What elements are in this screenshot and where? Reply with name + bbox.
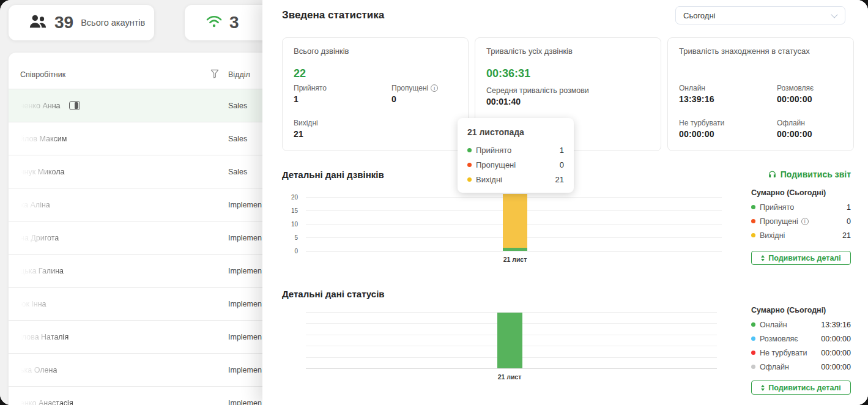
employees-table: Співробітник Відділ ченко Анна Sales йло… bbox=[9, 53, 272, 405]
duration-total-value: 00:36:31 bbox=[486, 67, 650, 80]
employee-department: Implemen bbox=[228, 201, 262, 209]
card-title: Тривалість знаходження в статусах bbox=[679, 46, 842, 56]
talking-dot-icon bbox=[751, 336, 755, 341]
online-stat: Онлайн13:39:16 bbox=[679, 84, 777, 104]
status-chart-title: Детальні дані статусів bbox=[282, 289, 385, 299]
accepted-stat: Прийнято1 bbox=[294, 84, 391, 104]
tooltip-row: Вихідні21 bbox=[467, 175, 564, 184]
y-tick: 0 bbox=[284, 248, 298, 255]
app-window: 39 Всього акаунтів 3 Співробітник Відділ… bbox=[0, 0, 868, 405]
employee-department: Implemen bbox=[228, 399, 262, 405]
tooltip-date: 21 листопада bbox=[467, 127, 564, 137]
card-title: Тривалість усіх дзвінків bbox=[486, 46, 650, 56]
period-select-value: Сьогодні bbox=[683, 11, 715, 20]
y-tick: 5 bbox=[284, 234, 298, 241]
table-row[interactable]: чнук Микола Sales bbox=[9, 155, 272, 188]
info-icon[interactable] bbox=[801, 218, 809, 225]
table-row[interactable]: ха Аліна Implemen bbox=[9, 188, 272, 221]
total-accounts-card: 39 Всього акаунтів bbox=[9, 5, 154, 40]
accepted-dot-icon bbox=[467, 148, 472, 152]
tooltip-row: Пропущені0 bbox=[467, 160, 564, 169]
employee-name: юк Інна bbox=[20, 300, 46, 308]
status-legend: Сумарно (Сьогодні) Онлайн13:39:16 Розмов… bbox=[751, 306, 851, 371]
table-row[interactable]: на Дригота Implemen bbox=[9, 221, 272, 254]
employee-name: цька Галина bbox=[20, 267, 64, 275]
offline-dot-icon bbox=[751, 365, 755, 369]
online-bar[interactable] bbox=[497, 313, 522, 368]
legend-row: Офлайн00:00:00 bbox=[751, 363, 851, 371]
legend-row: Вихідні21 bbox=[751, 231, 851, 239]
status-duration-card: Тривалість знаходження в статусах Онлайн… bbox=[667, 37, 854, 151]
employee-name: йлов Максим bbox=[20, 135, 67, 143]
panel-title: Зведена статистика bbox=[282, 9, 384, 21]
calls-details-button[interactable]: Подивитись деталі bbox=[751, 251, 851, 265]
period-select[interactable]: Сьогодні bbox=[675, 6, 845, 24]
sort-arrows-icon bbox=[761, 385, 765, 391]
legend-title: Сумарно (Сьогодні) bbox=[751, 188, 851, 197]
table-row[interactable]: ілова Наталія Implemen bbox=[9, 320, 272, 353]
column-department: Відділ bbox=[228, 70, 250, 79]
employee-department: Sales bbox=[228, 102, 247, 110]
table-header: Співробітник Відділ bbox=[9, 53, 272, 89]
dnd-dot-icon bbox=[751, 351, 755, 355]
talking-stat: Розмовляє00:00:00 bbox=[777, 84, 844, 104]
wifi-icon bbox=[206, 15, 222, 31]
y-tick: 10 bbox=[284, 221, 298, 228]
table-row[interactable]: ченко Анна Sales bbox=[9, 89, 272, 122]
employee-department: Implemen bbox=[228, 234, 262, 242]
online-dot-icon bbox=[751, 322, 755, 327]
avg-duration-stat: Середня тривалість розмови 00:01:40 bbox=[486, 84, 589, 106]
employee-name: чнук Микола bbox=[20, 168, 65, 176]
table-row[interactable]: енко Анастасія Implemen bbox=[9, 386, 272, 405]
x-axis-label: 21 лист bbox=[485, 373, 534, 381]
info-icon[interactable] bbox=[431, 84, 438, 92]
missed-dot-icon bbox=[467, 163, 472, 167]
employee-department: Sales bbox=[228, 135, 247, 143]
chart-tooltip: 21 листопада Прийнято1 Пропущені0 Вихідн… bbox=[458, 118, 574, 193]
legend-row: Онлайн13:39:16 bbox=[751, 321, 851, 329]
card-title: Всього дзвінків bbox=[294, 46, 457, 56]
calls-bar-chart: 21 лист bbox=[306, 191, 722, 251]
legend-row: Розмовляє00:00:00 bbox=[751, 335, 851, 343]
outgoing-bar[interactable] bbox=[503, 194, 527, 248]
status-details-button[interactable]: Подивитись деталі bbox=[751, 381, 851, 395]
calls-chart-title: Детальні дані дзвінків bbox=[282, 169, 384, 180]
table-row[interactable]: ька Олена Implemen bbox=[9, 353, 272, 386]
total-accounts-value: 39 bbox=[54, 13, 73, 32]
employee-name: ха Аліна bbox=[20, 201, 50, 209]
accepted-bar[interactable] bbox=[503, 248, 527, 251]
table-row[interactable]: юк Інна Implemen bbox=[9, 287, 272, 320]
employee-department: Implemen bbox=[228, 366, 262, 374]
employee-department: Implemen bbox=[228, 300, 262, 308]
device-icon bbox=[69, 101, 80, 110]
offline-stat: Офлайн00:00:00 bbox=[777, 119, 844, 139]
legend-row: Не турбувати00:00:00 bbox=[751, 349, 851, 357]
employee-name: на Дригота bbox=[20, 234, 59, 242]
calls-total-card: Всього дзвінків 22 Прийнято1 Пропущені0 … bbox=[282, 37, 469, 151]
filter-icon[interactable] bbox=[210, 69, 219, 81]
employee-name: ілова Наталія bbox=[20, 333, 69, 341]
outgoing-dot-icon bbox=[751, 233, 755, 237]
legend-row: Пропущені0 bbox=[751, 217, 851, 225]
table-row[interactable]: йлов Максим Sales bbox=[9, 122, 272, 155]
total-accounts-label: Всього акаунтів bbox=[81, 18, 145, 28]
chevron-down-icon bbox=[831, 11, 837, 18]
statistics-panel: Зведена статистика Сьогодні Всього дзвін… bbox=[262, 0, 868, 405]
employee-name: ька Олена bbox=[20, 366, 57, 374]
status-bar-chart: 21 лист bbox=[306, 312, 717, 368]
headset-icon bbox=[768, 170, 777, 179]
calls-total-value: 22 bbox=[294, 67, 457, 80]
column-employee: Співробітник bbox=[20, 70, 65, 79]
table-row[interactable]: цька Галина Implemen bbox=[9, 254, 272, 287]
tooltip-row: Прийнято1 bbox=[467, 146, 564, 155]
view-report-link[interactable]: Подивитись звіт bbox=[768, 169, 851, 179]
missed-stat: Пропущені0 bbox=[391, 84, 453, 104]
outgoing-stat: Вихідні21 bbox=[294, 119, 391, 139]
legend-title: Сумарно (Сьогодні) bbox=[751, 306, 851, 314]
y-tick: 15 bbox=[284, 207, 298, 214]
employee-department: Sales bbox=[228, 168, 247, 176]
accepted-dot-icon bbox=[751, 205, 755, 209]
employee-department: Implemen bbox=[228, 267, 262, 275]
sort-arrows-icon bbox=[761, 255, 765, 261]
employee-department: Implemen bbox=[228, 333, 262, 341]
